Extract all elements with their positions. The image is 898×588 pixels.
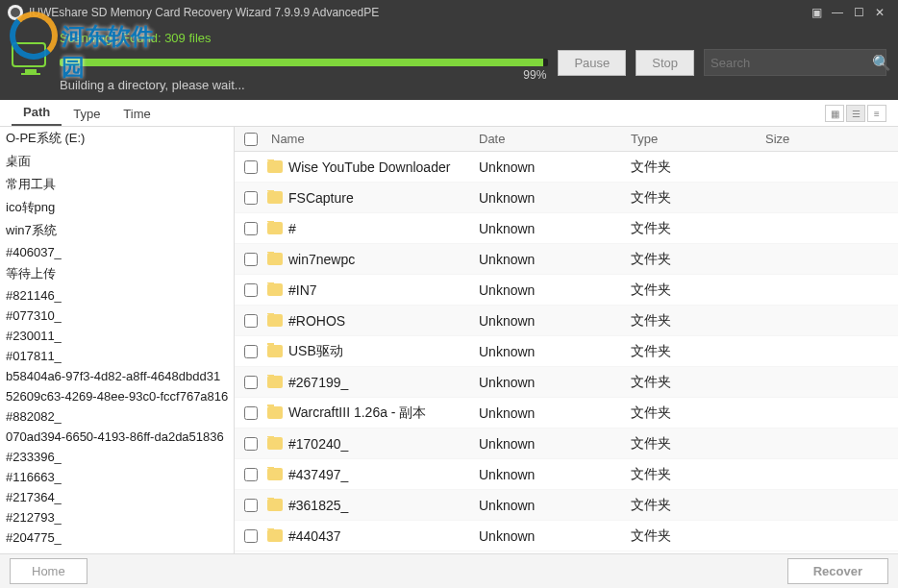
- row-date: Unknown: [479, 467, 631, 482]
- folder-icon: [267, 406, 283, 419]
- tree-item[interactable]: #017811_: [0, 346, 234, 366]
- folder-icon: [267, 160, 283, 173]
- view-detail-button[interactable]: ≡: [867, 105, 886, 122]
- table-row[interactable]: #ROHOSUnknown文件夹: [235, 306, 898, 336]
- row-name: Wise YouTube Downloader: [288, 159, 450, 175]
- tab-time[interactable]: Time: [112, 102, 162, 126]
- tree-item[interactable]: #406037_: [0, 242, 234, 262]
- tab-type[interactable]: Type: [62, 102, 112, 126]
- row-date: Unknown: [479, 375, 631, 390]
- table-row[interactable]: WarcraftIII 1.26a - 副本Unknown文件夹: [235, 398, 898, 429]
- row-checkbox[interactable]: [244, 283, 258, 297]
- tree-item[interactable]: #230011_: [0, 326, 234, 346]
- row-name: #361825_: [288, 498, 348, 513]
- folder-icon: [267, 529, 283, 542]
- table-row[interactable]: USB驱动Unknown文件夹: [235, 336, 898, 367]
- row-date: Unknown: [479, 528, 631, 544]
- tab-path[interactable]: Path: [12, 100, 62, 126]
- view-list-button[interactable]: ☰: [846, 105, 865, 122]
- table-body: Wise YouTube DownloaderUnknown文件夹FSCaptu…: [235, 152, 898, 551]
- col-date[interactable]: Date: [479, 132, 631, 146]
- col-type[interactable]: Type: [631, 132, 765, 146]
- row-type: 文件夹: [631, 220, 765, 237]
- table-row[interactable]: #IN7Unknown文件夹: [235, 275, 898, 306]
- tree-item[interactable]: 桌面: [0, 150, 234, 173]
- row-date: Unknown: [479, 498, 631, 513]
- table-row[interactable]: #Unknown文件夹: [235, 213, 898, 244]
- table-row[interactable]: #267199_Unknown文件夹: [235, 367, 898, 398]
- tree-item[interactable]: #821146_: [0, 285, 234, 306]
- row-name: #440437: [288, 528, 341, 544]
- tree-item[interactable]: #212793_: [0, 507, 234, 527]
- table-row[interactable]: #440437Unknown文件夹: [235, 521, 898, 551]
- tree-item[interactable]: 070ad394-6650-4193-86ff-da2da51836: [0, 427, 234, 447]
- row-checkbox[interactable]: [244, 376, 258, 389]
- tree-item[interactable]: ico转png: [0, 196, 234, 219]
- search-box[interactable]: 🔍: [704, 49, 886, 76]
- folder-icon: [267, 314, 283, 327]
- progress-percent: 99%: [523, 68, 546, 82]
- pause-button[interactable]: Pause: [558, 50, 626, 76]
- window-restore-button[interactable]: ▣: [806, 2, 827, 23]
- row-type: 文件夹: [631, 435, 765, 453]
- row-checkbox[interactable]: [244, 222, 258, 235]
- row-checkbox[interactable]: [244, 253, 258, 266]
- search-input[interactable]: [711, 56, 872, 70]
- tree-item[interactable]: 常用工具: [0, 173, 234, 196]
- row-checkbox[interactable]: [244, 468, 258, 481]
- search-icon[interactable]: 🔍: [872, 54, 891, 72]
- progress-bar: [60, 59, 548, 66]
- folder-icon: [267, 468, 283, 480]
- row-name: FSCapture: [288, 190, 354, 206]
- view-grid-button[interactable]: ▦: [825, 105, 844, 122]
- select-all-checkbox[interactable]: [244, 133, 258, 146]
- window-maximize-button[interactable]: ☐: [848, 2, 869, 23]
- row-type: 文件夹: [631, 404, 765, 422]
- row-date: Unknown: [479, 313, 631, 329]
- folder-icon: [267, 345, 283, 357]
- row-checkbox[interactable]: [244, 314, 258, 328]
- window-close-button[interactable]: ✕: [869, 2, 890, 23]
- window-minimize-button[interactable]: —: [827, 2, 848, 23]
- row-type: 文件夹: [631, 159, 765, 176]
- tree-item[interactable]: O-PE系统 (E:): [0, 127, 234, 150]
- stop-button[interactable]: Stop: [636, 50, 694, 76]
- table-row[interactable]: #170240_Unknown文件夹: [235, 429, 898, 459]
- table-row[interactable]: Wise YouTube DownloaderUnknown文件夹: [235, 152, 898, 183]
- row-checkbox[interactable]: [244, 191, 258, 205]
- row-checkbox[interactable]: [244, 345, 258, 358]
- tree-item[interactable]: 等待上传: [0, 262, 234, 285]
- recover-button[interactable]: Recover: [787, 558, 888, 584]
- file-table: Name Date Type Size Wise YouTube Downloa…: [235, 127, 898, 553]
- tree-item[interactable]: #882082_: [0, 406, 234, 427]
- tree-item[interactable]: #204775_: [0, 527, 234, 548]
- folder-icon: [267, 191, 283, 204]
- row-checkbox[interactable]: [244, 529, 258, 543]
- row-checkbox[interactable]: [244, 406, 258, 420]
- row-name: USB驱动: [288, 343, 343, 360]
- table-row[interactable]: FSCaptureUnknown文件夹: [235, 183, 898, 213]
- tree-item[interactable]: #217364_: [0, 487, 234, 507]
- row-type: 文件夹: [631, 189, 765, 207]
- table-row[interactable]: #437497_Unknown文件夹: [235, 459, 898, 490]
- folder-tree[interactable]: O-PE系统 (E:)桌面常用工具ico转pngwin7系统#406037_等待…: [0, 127, 235, 553]
- row-checkbox[interactable]: [244, 437, 258, 451]
- tree-item[interactable]: #077310_: [0, 306, 234, 326]
- tree-item[interactable]: win7系统: [0, 219, 234, 242]
- folder-icon: [267, 283, 283, 296]
- table-row[interactable]: win7newpcUnknown文件夹: [235, 244, 898, 275]
- tree-item[interactable]: #233396_: [0, 447, 234, 467]
- col-name[interactable]: Name: [267, 132, 479, 146]
- row-checkbox[interactable]: [244, 160, 258, 174]
- tree-item[interactable]: b58404a6-97f3-4d82-a8ff-4648dbdd31: [0, 366, 234, 386]
- col-size[interactable]: Size: [765, 132, 898, 146]
- row-type: 文件夹: [631, 497, 765, 514]
- row-checkbox[interactable]: [244, 499, 258, 512]
- home-button[interactable]: Home: [10, 558, 87, 584]
- view-tabs: Path Type Time ▦ ☰ ≡: [0, 100, 898, 127]
- table-row[interactable]: #361825_Unknown文件夹: [235, 490, 898, 521]
- row-name: #: [288, 221, 296, 236]
- tree-item[interactable]: 52609c63-4269-48ee-93c0-fccf767a816: [0, 386, 234, 406]
- tree-item[interactable]: #116663_: [0, 467, 234, 487]
- window-title: IUWEshare SD Memory Card Recovery Wizard…: [29, 6, 806, 19]
